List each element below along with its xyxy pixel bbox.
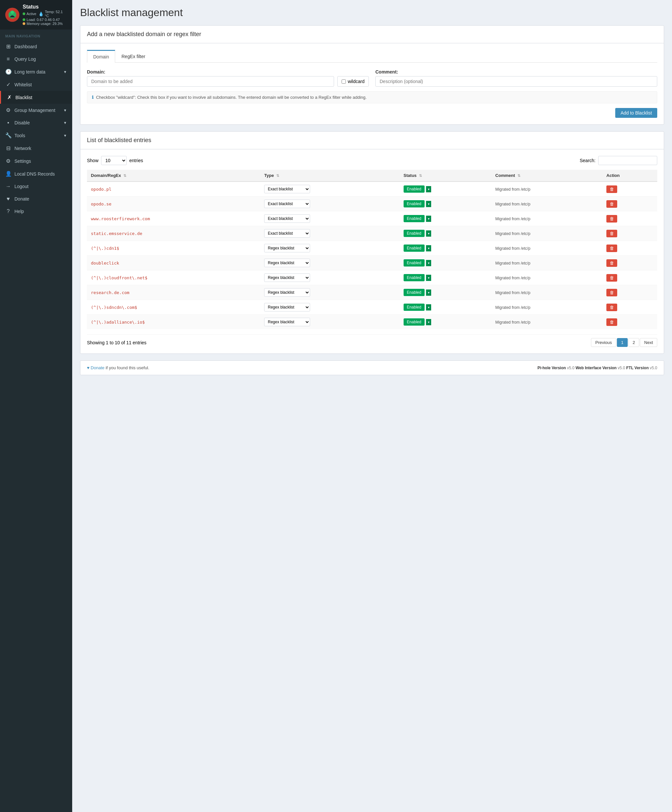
col-type-sort[interactable]: ⇅ — [276, 174, 279, 177]
status-toggle-2[interactable]: ▾ — [426, 216, 431, 222]
nav-icon-dashboard: ⊞ — [5, 43, 11, 49]
status-badge-3: Enabled — [404, 230, 425, 237]
add-to-blacklist-button[interactable]: Add to Blacklist — [615, 108, 657, 118]
delete-button-7[interactable]: 🗑 — [606, 289, 617, 296]
nav-icon-long-term-data: 🕐 — [5, 68, 11, 75]
comment-text-3: Migrated from /etc/p — [495, 231, 530, 236]
domain-link-1[interactable]: opodo.se — [91, 201, 112, 206]
type-select-7[interactable]: Exact blacklistRegex blacklist — [264, 288, 310, 297]
sidebar-item-help[interactable]: ? Help — [0, 205, 72, 218]
pi-hole-version-value: v5.0 — [567, 366, 575, 370]
delete-button-2[interactable]: 🗑 — [606, 215, 617, 223]
delete-button-5[interactable]: 🗑 — [606, 259, 617, 267]
tab-regex[interactable]: RegEx filter — [115, 50, 151, 63]
sidebar-item-dashboard[interactable]: ⊞ Dashboard — [0, 40, 72, 53]
type-select-2[interactable]: Exact blacklistRegex blacklist — [264, 214, 310, 223]
entries-select[interactable]: 10 25 50 100 — [101, 156, 127, 165]
sidebar-item-blacklist[interactable]: ✗ Blacklist — [0, 91, 72, 104]
cell-comment-1: Migrated from /etc/p — [491, 196, 602, 212]
domain-link-7[interactable]: research.de.com — [91, 290, 129, 295]
nav-icon-network: ⊟ — [5, 145, 11, 151]
page-1-button[interactable]: 1 — [617, 338, 628, 347]
pagination: Previous 1 2 Next — [591, 338, 657, 347]
prev-button[interactable]: Previous — [591, 338, 616, 347]
status-toggle-9[interactable]: ▾ — [426, 319, 431, 325]
help-text-content: Checkbox "wildcard": Check this box if y… — [96, 95, 367, 100]
cell-type-1: Exact blacklistRegex blacklist — [260, 196, 400, 212]
type-select-5[interactable]: Exact blacklistRegex blacklist — [264, 259, 310, 267]
temp-label: Temp: 52.1 °C — [45, 10, 67, 18]
domain-link-5[interactable]: doubleclick — [91, 261, 119, 266]
table-row: doubleclick Exact blacklistRegex blackli… — [87, 256, 657, 270]
sidebar-item-network[interactable]: ⊟ Network — [0, 142, 72, 155]
type-select-9[interactable]: Exact blacklistRegex blacklist — [264, 318, 310, 326]
sidebar-item-logout[interactable]: → Logout — [0, 180, 72, 193]
domain-link-4[interactable]: (^|\.)cdn1$ — [91, 246, 119, 251]
page-2-button[interactable]: 2 — [628, 338, 639, 347]
domain-link-8[interactable]: (^|\.)sdncdn\.com$ — [91, 305, 137, 310]
col-status-sort[interactable]: ⇅ — [419, 174, 422, 177]
status-toggle-5[interactable]: ▾ — [426, 260, 431, 266]
type-select-1[interactable]: Exact blacklistRegex blacklist — [264, 200, 310, 208]
next-button[interactable]: Next — [640, 338, 657, 347]
cell-status-0: Enabled ▾ — [400, 181, 491, 196]
sidebar-item-donate[interactable]: ♥ Donate — [0, 193, 72, 205]
status-toggle-1[interactable]: ▾ — [426, 201, 431, 207]
delete-button-8[interactable]: 🗑 — [606, 304, 617, 311]
type-select-0[interactable]: Exact blacklistRegex blacklist — [264, 185, 310, 193]
status-line-active: Active 💧 Temp: 52.1 °C — [23, 10, 67, 18]
domain-link-6[interactable]: (^|\.)cloudfront\.net$ — [91, 275, 147, 280]
nav-icon-logout: → — [5, 183, 11, 189]
comment-input[interactable] — [375, 76, 657, 87]
add-blacklist-title: Add a new blacklisted domain or regex fi… — [87, 31, 657, 38]
search-input[interactable] — [598, 156, 657, 165]
col-domain-sort[interactable]: ⇅ — [123, 174, 126, 177]
sidebar-item-whitelist[interactable]: ✓ Whitelist — [0, 78, 72, 91]
sidebar-item-local-dns[interactable]: 👤 Local DNS Records — [0, 167, 72, 180]
status-toggle-7[interactable]: ▾ — [426, 290, 431, 296]
col-comment-sort[interactable]: ⇅ — [517, 174, 520, 177]
cell-action-8: 🗑 — [602, 300, 657, 315]
cell-domain-2: www.roosterfirework.com — [87, 212, 260, 226]
status-toggle-0[interactable]: ▾ — [426, 186, 431, 192]
tab-domain[interactable]: Domain — [87, 50, 115, 63]
sidebar-item-query-log[interactable]: ≡ Query Log — [0, 53, 72, 65]
status-toggle-8[interactable]: ▾ — [426, 304, 431, 310]
type-select-4[interactable]: Exact blacklistRegex blacklist — [264, 244, 310, 252]
delete-button-1[interactable]: 🗑 — [606, 200, 617, 208]
domain-link-9[interactable]: (^|\.)adalliance\.io$ — [91, 320, 145, 324]
type-select-3[interactable]: Exact blacklistRegex blacklist — [264, 229, 310, 238]
type-select-8[interactable]: Exact blacklistRegex blacklist — [264, 303, 310, 312]
wildcard-group: wildcard — [337, 76, 369, 87]
cell-domain-0: opodo.pl — [87, 181, 260, 196]
nav-label-network: Network — [14, 146, 31, 151]
status-toggle-4[interactable]: ▾ — [426, 245, 431, 251]
cell-comment-4: Migrated from /etc/p — [491, 241, 602, 256]
domain-link-2[interactable]: www.roosterfirework.com — [91, 216, 150, 221]
footer-donate-link[interactable]: Donate — [90, 365, 104, 370]
sidebar-item-settings[interactable]: ⚙ Settings — [0, 155, 72, 167]
domain-link-3[interactable]: static.emsservice.de — [91, 231, 142, 236]
delete-button-6[interactable]: 🗑 — [606, 274, 617, 281]
table-row: (^|\.)sdncdn\.com$ Exact blacklistRegex … — [87, 300, 657, 315]
sidebar-item-group-management[interactable]: ⚙ Group Management ▼ — [0, 104, 72, 116]
sidebar-item-disable[interactable]: ▪ Disable ▼ — [0, 116, 72, 129]
type-select-6[interactable]: Exact blacklistRegex blacklist — [264, 273, 310, 282]
delete-button-4[interactable]: 🗑 — [606, 244, 617, 252]
domain-link-0[interactable]: opodo.pl — [91, 187, 112, 192]
domain-input[interactable] — [87, 76, 334, 87]
cell-action-5: 🗑 — [602, 256, 657, 270]
sidebar-item-tools[interactable]: 🔧 Tools ▼ — [0, 129, 72, 142]
delete-button-3[interactable]: 🗑 — [606, 230, 617, 237]
delete-button-9[interactable]: 🗑 — [606, 318, 617, 326]
sidebar-item-long-term-data[interactable]: 🕐 Long term data ▼ — [0, 65, 72, 78]
sidebar-header-text: Status Active 💧 Temp: 52.1 °C Load: 0.67… — [23, 4, 67, 26]
wildcard-checkbox[interactable] — [341, 79, 346, 84]
col-type-label: Type — [264, 173, 274, 178]
heart-icon: ♥ — [87, 365, 90, 370]
active-label: Active — [27, 12, 36, 16]
status-toggle-6[interactable]: ▾ — [426, 275, 431, 281]
status-badge-6: Enabled — [404, 274, 425, 281]
delete-button-0[interactable]: 🗑 — [606, 186, 617, 193]
status-toggle-3[interactable]: ▾ — [426, 230, 431, 237]
